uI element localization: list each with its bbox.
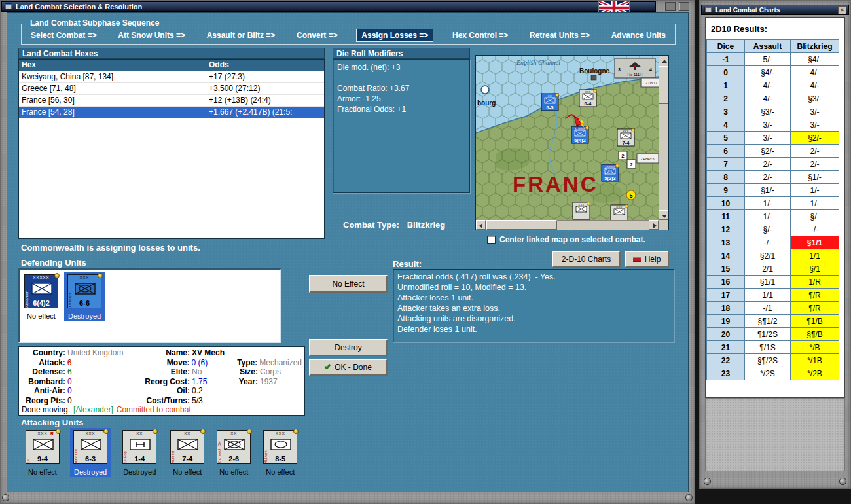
unit-counter: XXXXXVII Inf6-3 <box>73 430 107 464</box>
ok-done-label: OK - Done <box>335 363 372 372</box>
detail-row: Defense:6Elite:NoSize:Corps <box>22 367 302 377</box>
dice-cell: 1/R <box>791 276 839 289</box>
bolt-decoration <box>840 478 846 484</box>
dice-row: 21¶/1S*/B <box>707 341 839 354</box>
unit-1st[interactable]: XXX1st9-4RNo effect <box>24 428 62 477</box>
disorganized-marker-icon <box>98 273 103 278</box>
svg-text:5: 5 <box>629 192 632 199</box>
no-effect-button[interactable]: No Effect <box>309 275 388 293</box>
charts-window: Land Combat Charts × 2D10 Results: DiceA… <box>699 0 851 489</box>
svg-text:2: 2 <box>630 162 633 168</box>
dice-cell: 3 <box>707 105 745 118</box>
unit-size-label: XX <box>123 431 156 435</box>
unit-1st-eng[interactable]: XX1st Eng1-4Destroyed <box>119 428 160 477</box>
dice-cell: 1/1 <box>791 249 839 262</box>
dice-column-header: Assault <box>745 40 791 53</box>
unit-2nd-mech-div[interactable]: XX2nd Mech Div2-6No effect <box>215 428 253 477</box>
unit-strength-value: 7-4 <box>171 455 204 463</box>
unit-size-label: XX <box>217 431 250 435</box>
detail-label: Type: <box>230 358 259 368</box>
hex-table-row[interactable]: France [56, 30]+12 (+13B) (24:4) <box>19 95 324 107</box>
unit-xv-mech[interactable]: XXXXV Mech6-6Destroyed <box>64 272 105 321</box>
unit-strength-value: 8-5 <box>264 455 297 463</box>
combat-type-label: Combat Type: <box>343 220 399 230</box>
dice-row: 171/1¶/R <box>707 289 839 302</box>
dice-row: 53/-§2/- <box>707 132 839 145</box>
hex-table-row[interactable]: Kweiyang, China [87, 134]+17 (27:3) <box>19 71 324 83</box>
svg-text:FRANC: FRANC <box>513 172 598 196</box>
sequence-step[interactable]: Advance Units <box>609 29 668 41</box>
hex-cell: France [56, 30] <box>19 95 206 106</box>
center-map-checkbox[interactable] <box>487 236 496 244</box>
detail-value: 1937 <box>260 377 302 387</box>
combat-type: Combat Type:Blitzkrieg <box>343 220 445 230</box>
v-scroll-thumb[interactable] <box>659 66 668 104</box>
dice-cell: 1/1 <box>745 289 791 302</box>
dice-cell: 12 <box>707 223 745 236</box>
dice-cell: §1/1 <box>745 276 791 289</box>
svg-text:2 Potez 6: 2 Potez 6 <box>640 157 654 161</box>
dice-cell: 4/- <box>791 66 839 79</box>
dice-cell: §/- <box>745 223 791 236</box>
svg-text:XXX: XXX <box>585 90 591 94</box>
map-horizontal-scrollbar[interactable] <box>476 220 659 230</box>
main-titlebar[interactable]: Land Combat Selection & Resolution <box>1 1 656 12</box>
unit-xliii-inf[interactable]: XXXLIII Inf7-4No effect <box>168 428 206 477</box>
dice-column-header: Dice <box>707 40 745 53</box>
dice-cell: §2/- <box>745 145 791 158</box>
dice-row: 19§¶1/2¶1/B <box>707 315 839 328</box>
result-title: Result: <box>393 259 422 269</box>
unit-counter: XX1st Eng1-4 <box>122 430 156 464</box>
sequence-step[interactable]: Retreat Units => <box>527 29 592 41</box>
charts-window-icon <box>704 7 712 13</box>
sequence-step[interactable]: Assault or Blitz => <box>204 29 278 41</box>
unit-loss-status: Destroyed <box>66 312 103 320</box>
map-vertical-scrollbar[interactable] <box>659 56 668 220</box>
detail-label: Bombard: <box>22 377 67 387</box>
scroll-left-button[interactable] <box>476 220 486 230</box>
odds-cell: +12 (+13B) (24:4) <box>206 95 324 106</box>
dice-cell: §¶1/2 <box>745 315 791 328</box>
odds-cell: +3.500 (27:12) <box>206 83 324 94</box>
hex-column-header: Hex <box>19 60 206 71</box>
unit-xxvii-inf[interactable]: XXXXXVII Inf6-3Destroyed <box>70 428 111 477</box>
dice-cell: 2/- <box>745 158 791 171</box>
svg-text:XXX: XXX <box>623 130 629 133</box>
detail-footer-text: Done moving. <box>22 405 70 415</box>
unit-counter: XXXXXAlexander6(4)2 <box>24 274 58 308</box>
unit-strength-value: 6-6 <box>68 299 101 307</box>
dice-cell: 2/1 <box>745 262 791 276</box>
help-button[interactable]: Help <box>625 251 669 268</box>
sequence-step[interactable]: Assign Losses => <box>356 29 433 42</box>
scroll-down-button[interactable] <box>659 210 668 220</box>
hex-table-row[interactable]: France [54, 28]+1.667 (+2.417B) (21:5: <box>19 107 324 118</box>
combat-type-value: Blitzkrieg <box>407 220 446 230</box>
ok-done-button[interactable]: OK - Done <box>309 359 388 376</box>
unit-alexander[interactable]: XXXXXAlexander6(4)2No effect <box>22 272 60 321</box>
charts-titlebar[interactable]: Land Combat Charts <box>701 5 849 15</box>
arm-symbol-icon <box>270 439 291 450</box>
modifier-line: Die mod. (net): +3 <box>333 62 469 73</box>
charts-close-button[interactable]: × <box>838 6 846 14</box>
2d10-charts-button[interactable]: 2-D-10 Charts <box>552 251 621 268</box>
combat-map[interactable]: English ChannelBoulognebourgFRANCXX6-5XX… <box>476 56 659 220</box>
frame-button-left[interactable] <box>665 2 676 11</box>
destroy-button[interactable]: Destroy <box>309 339 388 356</box>
inf-symbol-icon <box>81 439 101 450</box>
scroll-right-button[interactable] <box>649 220 659 230</box>
hex-table-row[interactable]: Greece [71, 48]+3.500 (27:12) <box>19 83 324 95</box>
sequence-step[interactable]: Hex Control => <box>450 29 511 41</box>
sequence-step[interactable]: Att Snow Units => <box>115 29 188 41</box>
unit-xli-arm[interactable]: XXXXLI Arm8-5No effect <box>261 428 299 477</box>
attacking-units-title: Attacking Units <box>21 418 83 427</box>
h-scroll-thumb[interactable] <box>486 220 557 230</box>
hexes-table-header: Hex Odds <box>19 60 324 71</box>
dice-row: 23*/2S*/2B <box>707 367 839 380</box>
hex-cell: France [54, 28] <box>19 107 206 118</box>
sequence-step[interactable]: Convert => <box>294 29 340 41</box>
sequence-step[interactable]: Select Combat => <box>28 29 100 41</box>
frame-button-right[interactable] <box>679 2 689 11</box>
detail-row: Anti-Air:0Oil:0.2 <box>22 386 302 396</box>
scroll-up-button[interactable] <box>659 56 668 65</box>
detail-value: 0 <box>67 396 145 406</box>
